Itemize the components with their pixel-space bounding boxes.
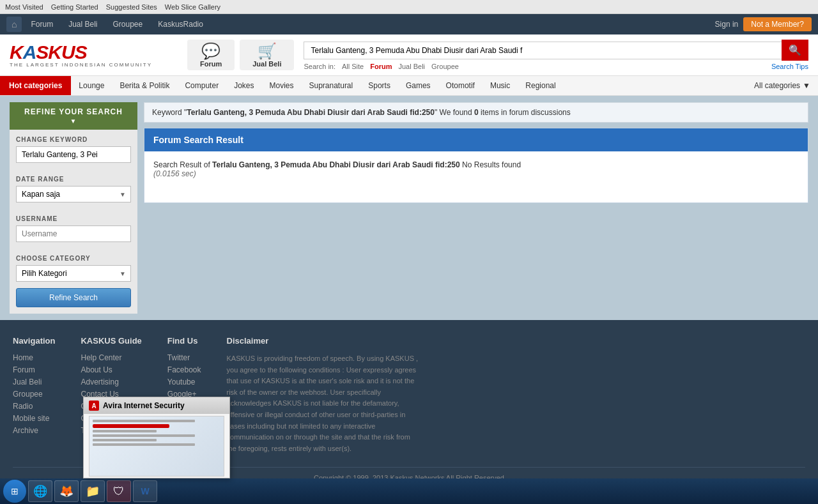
avira-text-4	[93, 439, 157, 441]
all-categories-btn[interactable]: All categories ▼	[746, 76, 818, 95]
avira-screenshot	[89, 416, 224, 477]
jualbeli-label: Jual Beli	[252, 60, 281, 68]
search-input[interactable]	[304, 42, 782, 59]
cat-music[interactable]: Music	[482, 76, 518, 95]
logo-tagline: THE LARGEST INDONESIAN COMMUNITY	[10, 62, 152, 68]
change-keyword-label: CHANGE KEYWORD	[16, 136, 131, 143]
search-button[interactable]: 🔍	[782, 40, 808, 61]
start-button[interactable]: ⊞	[3, 480, 26, 496]
refine-label: REFINE YOUR SEARCH	[24, 107, 123, 116]
top-nav-right: Sign in Not a Member?	[715, 17, 812, 31]
taskbar-ie[interactable]: 🌐	[28, 480, 52, 496]
home-icon[interactable]: ⌂	[6, 17, 22, 32]
keyword-input[interactable]	[16, 146, 131, 163]
forum-icon-btn[interactable]: 💬 Forum	[187, 40, 235, 70]
search-options: Search in: All Site Forum Jual Beli Grou…	[304, 63, 808, 70]
avira-progress-bar	[93, 424, 169, 428]
cat-jokes[interactable]: Jokes	[226, 76, 261, 95]
nav-groupee[interactable]: Groupee	[107, 17, 150, 31]
cat-lounge[interactable]: Lounge	[71, 76, 112, 95]
tab-web-slice[interactable]: Web Slice Gallery	[165, 3, 220, 11]
hot-categories-btn[interactable]: Hot categories	[0, 76, 71, 95]
cat-games[interactable]: Games	[398, 76, 438, 95]
footer-link-jualbeli[interactable]: Jual Beli	[13, 378, 55, 386]
taskbar-firefox[interactable]: 🦊	[54, 480, 79, 496]
username-label: USERNAME	[16, 215, 131, 222]
cat-sports[interactable]: Sports	[360, 76, 398, 95]
top-nav-links: ⌂ Forum Jual Beli Groupee KaskusRadio	[6, 17, 210, 32]
footer-link-helpcenter[interactable]: Help Center	[81, 353, 141, 362]
taskbar: ⊞ 🌐 🦊 📁 🛡 W	[0, 478, 818, 496]
choose-category-label: CHOOSE CATEGORY	[16, 255, 131, 262]
avira-text-5	[93, 443, 195, 446]
cat-berita[interactable]: Berita & Politik	[112, 76, 177, 95]
avira-title: Avira Internet Security	[103, 401, 185, 410]
footer-disclaimer-title: Disclaimer	[227, 336, 419, 346]
tab-getting-started[interactable]: Getting Started	[51, 3, 98, 11]
found-count: 0	[474, 108, 479, 117]
sign-in-link[interactable]: Sign in	[715, 20, 739, 29]
avira-content	[84, 414, 229, 478]
avira-title-bar: A Avira Internet Security	[84, 397, 229, 414]
taskbar-word[interactable]: W	[133, 480, 157, 496]
tab-suggested-sites[interactable]: Suggested Sites	[106, 3, 157, 11]
avira-icon: A	[89, 401, 99, 411]
footer-link-mobile[interactable]: Mobile site	[13, 414, 55, 423]
footer-link-radio[interactable]: Radio	[13, 402, 55, 411]
cat-movies[interactable]: Movies	[261, 76, 301, 95]
site-top-nav: ⌂ Forum Jual Beli Groupee KaskusRadio Si…	[0, 14, 818, 34]
not-member-button[interactable]: Not a Member?	[743, 17, 812, 31]
tab-most-visited[interactable]: Most Visited	[5, 3, 43, 11]
footer-link-archive[interactable]: Archive	[13, 426, 55, 435]
nav-kaskusradio[interactable]: KaskusRadio	[151, 17, 210, 31]
search-option-allsite[interactable]: All Site	[342, 63, 364, 70]
nav-forum[interactable]: Forum	[24, 17, 59, 31]
forum-label: Forum	[200, 60, 222, 68]
search-option-forum[interactable]: Forum	[370, 63, 392, 70]
search-area: 🔍 Search in: All Site Forum Jual Beli Gr…	[304, 40, 808, 70]
date-range-label: DATE RANGE	[16, 176, 131, 183]
cat-supranatural[interactable]: Supranatural	[302, 76, 361, 95]
search-option-groupee[interactable]: Groupee	[431, 63, 459, 70]
avira-text-1	[93, 420, 195, 422]
results-header: Forum Search Result	[144, 128, 808, 151]
footer-col-navigation: Navigation Home Forum Jual Beli Groupee …	[13, 336, 55, 454]
date-range-select[interactable]: Kapan sajaHari iniMinggu iniBulan ini	[16, 186, 131, 202]
footer-link-advertising[interactable]: Advertising	[81, 378, 141, 386]
nav-jualbeli[interactable]: Jual Beli	[62, 17, 104, 31]
avira-text-2	[93, 430, 157, 432]
jualbeli-icon-btn[interactable]: 🛒 Jual Beli	[240, 40, 294, 70]
footer-link-aboutus[interactable]: About Us	[81, 365, 141, 374]
found-label: items in forum discussions	[481, 108, 571, 117]
footer-link-forum[interactable]: Forum	[13, 365, 55, 374]
sidebar-section-keyword: CHANGE KEYWORD	[10, 130, 137, 169]
refine-search-button[interactable]: Refine Search	[16, 288, 131, 307]
cat-otomotif[interactable]: Otomotif	[438, 76, 482, 95]
logo-text: KASKUS	[10, 43, 152, 62]
forum-icon: 💬	[201, 42, 220, 60]
category-select-wrapper: Pilih Kategori	[16, 265, 131, 282]
refine-header: REFINE YOUR SEARCH	[10, 102, 137, 130]
footer-guide-title: KASKUS Guide	[81, 336, 141, 346]
footer-link-groupee[interactable]: Groupee	[13, 390, 55, 399]
category-nav: Hot categories Lounge Berita & Politik C…	[0, 76, 818, 96]
cat-regional[interactable]: Regional	[518, 76, 563, 95]
search-tips-link[interactable]: Search Tips	[771, 63, 808, 70]
keyword-bar: Keyword "Terlalu Ganteng, 3 Pemuda Abu D…	[144, 102, 808, 123]
taskbar-explorer[interactable]: 📁	[81, 480, 105, 496]
search-box-row: 🔍	[304, 40, 808, 61]
username-input[interactable]	[16, 225, 131, 242]
left-sidebar: REFINE YOUR SEARCH CHANGE KEYWORD DATE R…	[10, 102, 137, 314]
footer-link-home[interactable]: Home	[13, 353, 55, 362]
category-select[interactable]: Pilih Kategori	[16, 265, 131, 282]
site-logo: KASKUS THE LARGEST INDONESIAN COMMUNITY	[10, 43, 152, 68]
taskbar-avira[interactable]: 🛡	[107, 480, 131, 496]
keyword-highlight: Terlalu Ganteng, 3 Pemuda Abu Dhabi Dius…	[187, 108, 435, 117]
search-option-jualbeli[interactable]: Jual Beli	[398, 63, 425, 70]
footer-link-facebook[interactable]: Facebook	[167, 365, 201, 374]
logo-skus: SKUS	[36, 42, 86, 63]
footer-link-twitter[interactable]: Twitter	[167, 353, 201, 362]
footer-link-youtube[interactable]: Youtube	[167, 378, 201, 386]
avira-popup[interactable]: A Avira Internet Security	[83, 397, 230, 478]
cat-computer[interactable]: Computer	[177, 76, 226, 95]
